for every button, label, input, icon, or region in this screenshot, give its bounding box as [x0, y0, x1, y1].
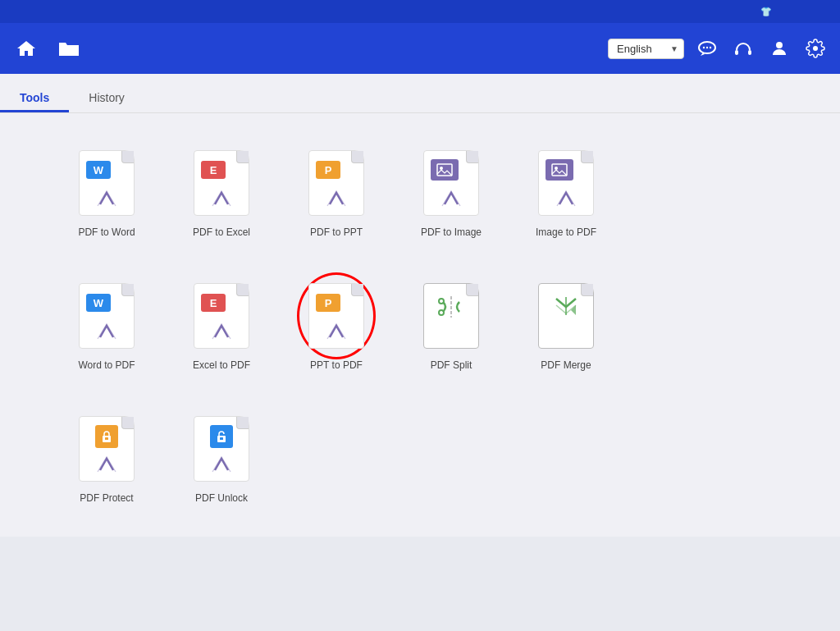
pdf-merge-label: PDF Merge [541, 359, 591, 371]
toolbar-left [11, 34, 84, 63]
message-button[interactable] [694, 35, 720, 62]
svg-rect-18 [220, 437, 223, 440]
pdf-to-ppt-icon: P [304, 146, 369, 220]
word-to-pdf-label: Word to PDF [78, 359, 135, 371]
tool-pdf-split[interactable]: PDF Split [394, 271, 509, 379]
tool-pdf-to-word[interactable]: W PDF to Word [49, 138, 164, 246]
tools-row-2: W Word to PDF E Ex [49, 271, 791, 379]
tool-pdf-unlock[interactable]: PDF Unlock [164, 404, 279, 512]
svg-rect-4 [735, 50, 738, 55]
toolbar-right: English Chinese Japanese ▼ [608, 35, 829, 62]
image-to-pdf-label: Image to PDF [536, 226, 596, 238]
svg-point-3 [710, 47, 711, 48]
pdf-merge-icon [533, 279, 599, 353]
headset-button[interactable] [730, 35, 756, 62]
maximize-button[interactable] [799, 5, 812, 18]
close-button[interactable] [819, 5, 832, 18]
tool-image-to-pdf[interactable]: Image to PDF [509, 138, 623, 246]
image-to-pdf-icon [533, 146, 599, 220]
language-selector[interactable]: English Chinese Japanese ▼ [608, 39, 684, 59]
excel-to-pdf-icon: E [189, 279, 254, 353]
pdf-protect-icon [74, 412, 139, 486]
tabs-area: Tools History [0, 74, 840, 113]
tool-pdf-to-image[interactable]: PDF to Image [394, 138, 509, 246]
svg-point-2 [706, 47, 708, 48]
main-content: W PDF to Word E PD [0, 113, 840, 537]
tab-history[interactable]: History [69, 83, 144, 112]
tool-pdf-to-ppt[interactable]: P PDF to PPT [279, 138, 394, 246]
settings-button[interactable] [802, 35, 829, 62]
pdf-unlock-icon [189, 412, 254, 486]
pdf-split-label: PDF Split [431, 359, 472, 371]
svg-rect-16 [105, 437, 108, 440]
window-controls: 👕 [760, 5, 832, 18]
pdf-protect-label: PDF Protect [80, 492, 133, 504]
minimize-button[interactable] [779, 5, 792, 18]
language-dropdown[interactable]: English Chinese Japanese [608, 39, 684, 59]
home-button[interactable] [11, 34, 41, 63]
folder-button[interactable] [54, 34, 84, 63]
pdf-to-image-icon [418, 146, 484, 220]
toolbar: English Chinese Japanese ▼ [0, 23, 840, 74]
svg-point-6 [776, 42, 783, 48]
tool-ppt-to-pdf[interactable]: P PPT to PDF [279, 271, 394, 379]
svg-point-1 [703, 47, 705, 48]
tool-pdf-protect[interactable]: PDF Protect [49, 404, 164, 512]
svg-point-14 [439, 310, 444, 315]
tool-pdf-to-excel[interactable]: E PDF to Excel [164, 138, 279, 246]
pdf-to-excel-icon: E [189, 146, 254, 220]
excel-to-pdf-label: Excel to PDF [193, 359, 250, 371]
tab-tools[interactable]: Tools [0, 83, 69, 112]
tool-word-to-pdf[interactable]: W Word to PDF [49, 271, 164, 379]
pdf-split-icon [418, 279, 484, 353]
shirt-icon[interactable]: 👕 [760, 5, 773, 18]
tools-row-3: PDF Protect [49, 404, 791, 512]
pdf-to-word-label: PDF to Word [78, 226, 135, 238]
svg-point-13 [439, 299, 444, 304]
word-to-pdf-icon: W [74, 279, 139, 353]
ppt-to-pdf-icon: P [304, 279, 369, 353]
tools-row-1: W PDF to Word E PD [49, 138, 791, 246]
pdf-unlock-label: PDF Unlock [195, 492, 248, 504]
pdf-to-ppt-label: PDF to PPT [310, 226, 363, 238]
account-button[interactable] [766, 35, 792, 62]
ppt-to-pdf-label: PPT to PDF [310, 359, 363, 371]
titlebar: 👕 [0, 0, 840, 23]
pdf-to-image-label: PDF to Image [421, 226, 482, 238]
tool-pdf-merge[interactable]: PDF Merge [509, 271, 623, 379]
tool-excel-to-pdf[interactable]: E Excel to PDF [164, 271, 279, 379]
svg-rect-5 [748, 50, 751, 55]
pdf-to-excel-label: PDF to Excel [193, 226, 250, 238]
svg-point-7 [813, 46, 818, 51]
pdf-to-word-icon: W [74, 146, 139, 220]
